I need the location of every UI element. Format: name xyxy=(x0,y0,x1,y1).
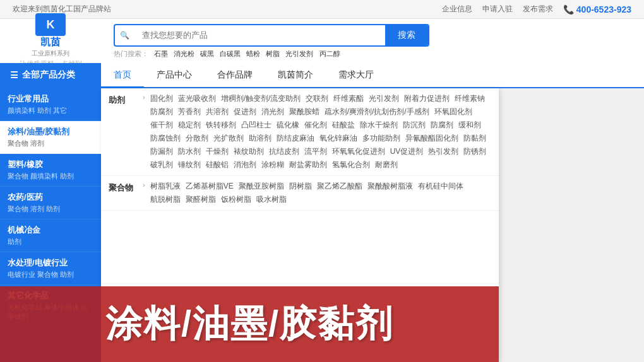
link-0-44[interactable]: 热引发剂 xyxy=(428,146,458,157)
link-0-2[interactable]: 增稠剂/触变剂/流变助剂 xyxy=(221,93,301,104)
search-input[interactable] xyxy=(134,25,385,45)
hot-item-4[interactable]: 蜡粉 xyxy=(246,50,260,57)
nav-item-about[interactable]: 凯茵简介 xyxy=(265,64,326,88)
link-0-52[interactable]: 氢氯化合剂 xyxy=(332,160,370,170)
top-bar: 欢迎来到凯茵化工国产品牌站 企业信息 申请入驻 发布需求 📞 400-6523-… xyxy=(0,0,644,19)
link-demand[interactable]: 发布需求 xyxy=(523,4,553,15)
menu-icon: ☰ xyxy=(10,70,18,80)
link-0-36[interactable]: 防漏剂 xyxy=(150,146,173,157)
link-0-51[interactable]: 耐盐雾助剂 xyxy=(289,160,327,170)
link-0-34[interactable]: 异氰酸酯固化剂 xyxy=(405,133,458,144)
link-0-45[interactable]: 防锈剂 xyxy=(463,146,486,157)
link-0-18[interactable]: 铁转移剂 xyxy=(206,120,236,131)
link-1-6[interactable]: 有机硅中间体 xyxy=(418,181,463,192)
hot-item-6[interactable]: 光引发剂 xyxy=(285,50,313,57)
hot-item-1[interactable]: 消光粉 xyxy=(174,50,194,57)
link-1-2[interactable]: 聚酰亚胺树脂 xyxy=(239,181,284,192)
header: K 凯茵 工业原料系列 让优质原料一点就到 🔍 搜索 热门搜索： 石墨 消光粉 … xyxy=(0,19,644,63)
link-company-info[interactable]: 企业信息 xyxy=(442,4,472,15)
link-0-20[interactable]: 硫化橡 xyxy=(277,120,299,131)
link-0-37[interactable]: 防水剂 xyxy=(178,146,201,157)
link-0-9[interactable]: 芳香剂 xyxy=(178,107,201,117)
link-0-21[interactable]: 催化剂 xyxy=(304,120,327,131)
link-0-30[interactable]: 助溶剂 xyxy=(249,133,271,144)
link-0-19[interactable]: 凸凹柱士 xyxy=(241,120,271,131)
hot-item-5[interactable]: 树脂 xyxy=(266,50,280,57)
link-0-41[interactable]: 流平剂 xyxy=(304,146,327,157)
sidebar-item-0[interactable]: 行业常用品 颜填染料 助剂 其它 xyxy=(0,88,101,121)
link-0-1[interactable]: 蓝光吸收剂 xyxy=(178,93,216,104)
nav-item-demand[interactable]: 需求大厅 xyxy=(326,64,386,88)
logo-name: 凯茵 xyxy=(32,36,69,49)
link-0-38[interactable]: 干燥剂 xyxy=(206,146,229,157)
link-0-16[interactable]: 催干剂 xyxy=(150,120,173,131)
link-0-3[interactable]: 交联剂 xyxy=(306,93,328,104)
link-0-4[interactable]: 纤维素酯 xyxy=(333,93,364,104)
link-0-22[interactable]: 硅酸盐 xyxy=(332,120,355,131)
link-0-33[interactable]: 多功能助剂 xyxy=(362,133,400,144)
link-0-42[interactable]: 环氧氧化促进剂 xyxy=(332,146,385,157)
link-0-35[interactable]: 防黏剂 xyxy=(463,133,486,144)
link-0-46[interactable]: 破乳剂 xyxy=(150,160,173,170)
sidebar-item-5[interactable]: 水处理/电镀行业 电镀行业 聚合物 助剂 xyxy=(0,252,101,285)
link-0-6[interactable]: 附着力促进剂 xyxy=(404,93,450,104)
dropdown-section-0: 助剂 › 固化剂 蓝光吸收剂 增稠剂/触变剂/流变助剂 交联剂 纤维素酯 光引发… xyxy=(101,88,499,176)
link-0-17[interactable]: 稳定剂 xyxy=(178,120,201,131)
sidebar-item-4[interactable]: 机械冶金 助剂 xyxy=(0,219,101,252)
link-0-50[interactable]: 涂粉糊 xyxy=(261,160,284,170)
category-button[interactable]: ☰ 全部产品分类 xyxy=(0,63,101,87)
nav-item-products[interactable]: 产品中心 xyxy=(144,64,205,88)
link-0-7[interactable]: 纤维素钠 xyxy=(455,93,485,104)
link-0-39[interactable]: 裱纹助剂 xyxy=(234,146,264,157)
link-0-11[interactable]: 促进剂 xyxy=(234,107,256,117)
link-0-28[interactable]: 分散剂 xyxy=(186,133,208,144)
link-0-0[interactable]: 固化剂 xyxy=(150,93,173,104)
sidebar-item-1[interactable]: 涂料/油墨/胶黏剂 聚合物 溶剂 xyxy=(0,121,101,154)
link-0-15[interactable]: 环氧固化剂 xyxy=(434,107,472,117)
section-title-1: 聚合物 xyxy=(109,181,140,205)
link-1-5[interactable]: 聚酰酸树脂液 xyxy=(367,181,413,192)
link-join[interactable]: 申请入驻 xyxy=(482,4,513,15)
link-0-27[interactable]: 防腐蚀剂 xyxy=(150,133,181,144)
link-1-8[interactable]: 聚醛树脂 xyxy=(186,194,216,205)
hot-search: 热门搜索： 石墨 消光粉 碳黑 白碳黑 蜡粉 树脂 光引发剂 丙二醇 xyxy=(114,49,429,59)
link-0-49[interactable]: 消泡剂 xyxy=(234,160,256,170)
hot-item-0[interactable]: 石墨 xyxy=(154,50,168,57)
link-0-10[interactable]: 共溶剂 xyxy=(206,107,229,117)
search-button[interactable]: 搜索 xyxy=(385,25,428,45)
link-0-29[interactable]: 光扩散剂 xyxy=(213,133,244,144)
link-1-4[interactable]: 聚乙烯乙酸酯 xyxy=(317,181,362,192)
link-0-40[interactable]: 抗结皮剂 xyxy=(269,146,299,157)
link-0-25[interactable]: 防腐剂 xyxy=(431,120,453,131)
hot-item-2[interactable]: 碳黑 xyxy=(200,50,214,57)
link-0-14[interactable]: 疏水剂/爽滑剂/抗划伤剂/手感剂 xyxy=(325,107,429,117)
link-0-31[interactable]: 防结皮麻油 xyxy=(277,133,314,144)
link-0-48[interactable]: 硅酸铝 xyxy=(206,160,229,170)
link-1-7[interactable]: 航脱树脂 xyxy=(150,194,181,205)
link-1-3[interactable]: 阴树脂 xyxy=(289,181,312,192)
link-0-8[interactable]: 防腐剂 xyxy=(150,107,173,117)
link-0-12[interactable]: 消光剂 xyxy=(261,107,284,117)
link-0-26[interactable]: 缓和剂 xyxy=(458,120,481,131)
sidebar-item-2[interactable]: 塑料/橡胶 聚合物 颜填染料 助剂 xyxy=(0,154,101,187)
link-1-1[interactable]: 乙烯基树脂VE xyxy=(186,181,234,192)
nav-item-brands[interactable]: 合作品牌 xyxy=(205,64,265,88)
link-1-0[interactable]: 树脂乳液 xyxy=(150,181,181,192)
link-0-13[interactable]: 聚酰胺蜡 xyxy=(289,107,319,117)
link-0-53[interactable]: 耐磨剂 xyxy=(375,160,398,170)
hot-item-3[interactable]: 白碳黑 xyxy=(220,50,241,57)
dropdown-section-1: 聚合物 › 树脂乳液 乙烯基树脂VE 聚酰亚胺树脂 阴树脂 聚乙烯乙酸酯 聚酰酸… xyxy=(101,176,499,211)
link-0-43[interactable]: UV促进剂 xyxy=(390,146,424,157)
sidebar-item-3[interactable]: 农药/医药 聚合物 溶剂 助剂 xyxy=(0,187,101,219)
link-0-24[interactable]: 防沉剂 xyxy=(403,120,426,131)
link-1-10[interactable]: 吸水树脂 xyxy=(256,194,287,205)
link-0-23[interactable]: 除水干燥剂 xyxy=(360,120,398,131)
overlay-banner: 涂料/油墨/胶黏剂 xyxy=(0,286,499,362)
link-0-47[interactable]: 锤纹剂 xyxy=(178,160,201,170)
link-0-5[interactable]: 光引发剂 xyxy=(369,93,399,104)
link-0-32[interactable]: 氧化锌麻油 xyxy=(319,133,357,144)
hot-item-7[interactable]: 丙二醇 xyxy=(319,50,340,57)
nav-item-home[interactable]: 首页 xyxy=(101,64,144,88)
link-1-9[interactable]: 饭粉树脂 xyxy=(221,194,251,205)
nav-bar: ☰ 全部产品分类 首页 产品中心 合作品牌 凯茵简介 需求大厅 xyxy=(0,63,644,88)
